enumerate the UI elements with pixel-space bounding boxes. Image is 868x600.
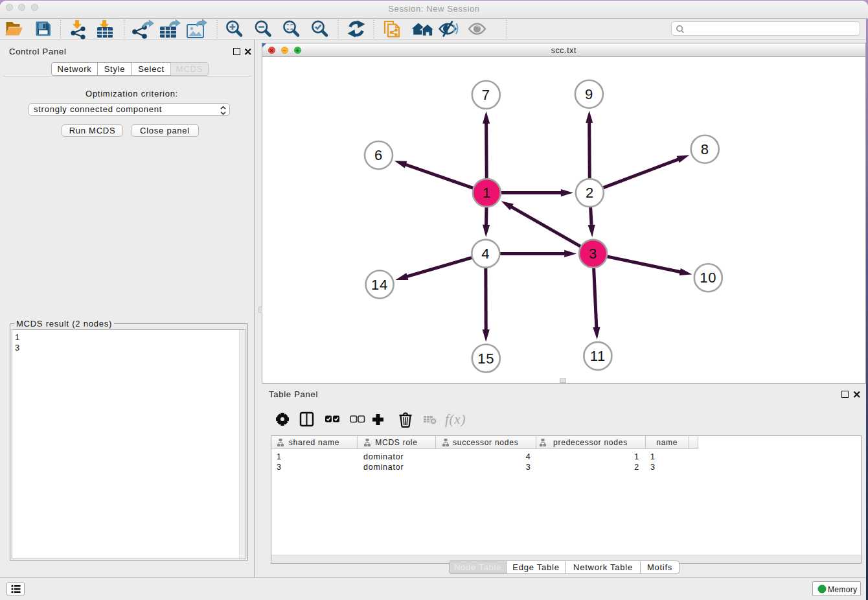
svg-text:7: 7 xyxy=(482,87,490,103)
svg-text:3: 3 xyxy=(589,246,597,262)
svg-text:15: 15 xyxy=(477,351,494,367)
svg-text:1: 1 xyxy=(483,185,491,201)
svg-text:2: 2 xyxy=(586,185,594,201)
svg-text:11: 11 xyxy=(590,348,606,364)
svg-text:14: 14 xyxy=(371,277,388,293)
svg-text:10: 10 xyxy=(700,270,716,286)
svg-text:f(x): f(x) xyxy=(445,411,466,427)
svg-text:6: 6 xyxy=(374,147,383,163)
svg-text:4: 4 xyxy=(481,246,490,262)
svg-text:9: 9 xyxy=(585,86,593,102)
svg-text:8: 8 xyxy=(701,141,709,157)
